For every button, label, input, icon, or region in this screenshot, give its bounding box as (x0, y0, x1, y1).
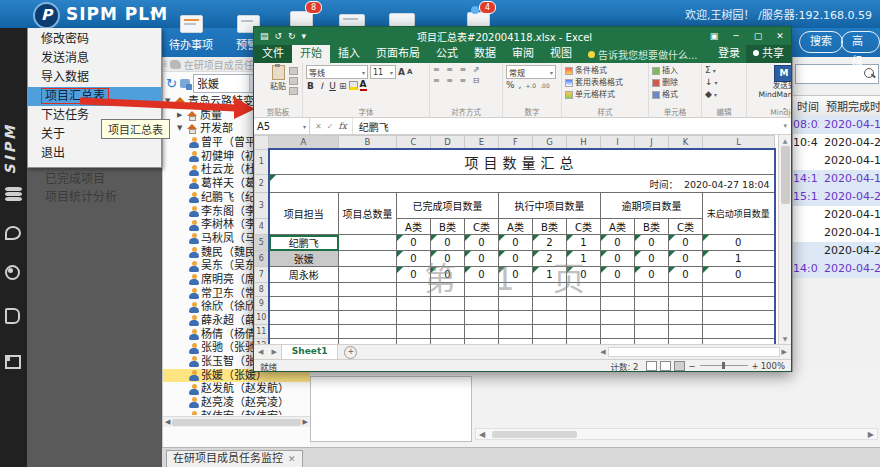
fill-button[interactable]: ↓▾ (705, 77, 743, 88)
sheet-prev-icon[interactable]: ◀ (254, 348, 267, 356)
excel-title-bar[interactable]: ▤ ↺ ↻ ▾ 项目汇总表#202004118.xlsx - Excel ▣ ─… (254, 27, 791, 45)
redo-icon[interactable]: ↻ (288, 31, 296, 41)
increase-decimal-icon[interactable]: +.0 (525, 82, 536, 89)
conditional-formatting-button[interactable]: 条件格式 (565, 65, 645, 76)
formula-input[interactable]: 纪鹏飞 (353, 119, 784, 134)
task-row[interactable]: 2020-04-17 1 (793, 152, 880, 170)
scrollbar-thumb[interactable] (172, 419, 300, 426)
menu-item-exit[interactable]: 退出 (28, 144, 161, 163)
tab-data[interactable]: 数据 (466, 45, 504, 63)
maximize-icon[interactable]: ▢ (747, 27, 769, 45)
task-row[interactable]: 08:022020-04-18 1 (793, 116, 880, 134)
task-row[interactable]: 14:172020-04-16 1 (793, 170, 880, 188)
close-icon[interactable]: ✕ (288, 454, 296, 464)
column-time[interactable]: 时间 (793, 98, 819, 114)
font-size-select[interactable]: 11▾ (370, 65, 396, 79)
send-to-mindmanager-button[interactable]: M 发送到MindManager (750, 65, 791, 99)
page-layout-view-icon[interactable] (660, 361, 671, 371)
column-headers[interactable]: ABCDEFGHIJKL (255, 136, 775, 150)
italic-button[interactable]: I (317, 81, 326, 91)
data-row[interactable]: 5 纪鹏飞 000 021 000 0 (255, 235, 775, 251)
scroll-left-icon[interactable]: ◀ (479, 430, 485, 439)
advanced-button[interactable]: 高级 (841, 31, 880, 53)
shrink-font-icon[interactable]: A (407, 68, 412, 76)
collapse-ribbon-icon[interactable]: ⌃ (781, 107, 788, 116)
cell-styles-button[interactable]: 单元格样式 (565, 89, 645, 100)
task-row[interactable]: 10:412020-04-20 (793, 134, 880, 152)
zoom-out-icon[interactable]: − (688, 361, 695, 371)
autosum-button[interactable]: Σ▾ (705, 65, 743, 76)
hscroll-right-icon[interactable]: ▶ (782, 348, 787, 356)
tab-page-layout[interactable]: 页面布局 (368, 45, 428, 63)
zoom-thumb[interactable] (722, 362, 725, 369)
decrease-decimal-icon[interactable]: .00 (540, 82, 550, 89)
tree-user-item[interactable]: 赵发航（赵发航） (163, 382, 310, 396)
broadcast-icon[interactable] (5, 265, 22, 280)
cancel-icon[interactable]: ✕ (315, 122, 322, 131)
tree-user-item[interactable]: 赵亮凌（赵亮凌） (163, 396, 310, 410)
tab-file[interactable]: 文件 (254, 45, 292, 63)
tab-formulas[interactable]: 公式 (428, 45, 466, 63)
search-icon[interactable] (864, 68, 874, 78)
zoom-in-icon[interactable]: + (752, 361, 759, 371)
book-icon[interactable] (5, 308, 22, 323)
sheet-time-cell[interactable]: 时间：2020-04-27 18:04 (269, 175, 775, 193)
search-button[interactable]: 搜索 (799, 31, 843, 53)
chevron-down-icon[interactable]: ▾ (150, 7, 156, 20)
grid-vertical-scrollbar[interactable]: ▲ ▼ (778, 135, 791, 344)
app-logo-icon[interactable]: P (33, 2, 60, 29)
underline-button[interactable]: U (328, 81, 337, 91)
save-icon[interactable]: ▤ (260, 31, 269, 41)
task-row[interactable]: 14:032020-04-20 (793, 260, 880, 278)
header-total[interactable]: 项目总数量 (339, 193, 397, 235)
menu-item-finished-projects[interactable]: 已完成项目 (27, 168, 162, 188)
cell-a6[interactable]: 张媛 (269, 251, 339, 267)
share-button[interactable]: 共享 (746, 45, 791, 63)
todo-icon[interactable] (180, 15, 203, 33)
ribbon-options-icon[interactable]: ▣ (703, 27, 725, 45)
tab-review[interactable]: 审阅 (504, 45, 542, 63)
content-horizontal-scrollbar[interactable]: ◀ ▶ (475, 428, 878, 440)
grid-horizontal-scrollbar[interactable] (608, 347, 780, 357)
enter-icon[interactable]: ✓ (327, 122, 334, 131)
bold-button[interactable]: B (306, 81, 315, 91)
format-as-table-button[interactable]: 套用表格格式 (565, 77, 645, 88)
menu-item-change-password[interactable]: 修改密码 (28, 30, 161, 49)
menu-item-import-data[interactable]: 导入数据 (28, 68, 161, 87)
header-overdue[interactable]: 逾期项目数量 (601, 193, 703, 219)
comma-icon[interactable]: , (519, 80, 522, 90)
empty-row[interactable]: 11 (255, 325, 775, 339)
tree-horizontal-scrollbar[interactable]: ◀ ▶ (163, 416, 310, 427)
normal-view-icon[interactable] (646, 361, 657, 371)
number-format-select[interactable]: 常规▾ (506, 65, 556, 79)
menu-item-project-stats[interactable]: 项目统计分析 (27, 188, 162, 206)
header-doing[interactable]: 执行中项目数量 (499, 193, 601, 219)
copy-icon[interactable] (289, 77, 298, 85)
todo-label[interactable]: 待办事项 (169, 36, 213, 52)
new-sheet-icon[interactable]: + (344, 346, 357, 359)
tab-monitor[interactable]: 在研项目成员任务监控✕ (166, 450, 303, 467)
delete-cells-button[interactable]: 删除 (652, 77, 698, 88)
fill-color-icon[interactable] (349, 81, 358, 90)
font-color-icon[interactable]: A (360, 80, 367, 91)
scroll-down-icon[interactable]: ▼ (783, 335, 788, 342)
grow-font-icon[interactable]: A (398, 67, 405, 77)
sheet-next-icon[interactable]: ▶ (267, 348, 280, 356)
scroll-up-icon[interactable]: ▲ (783, 137, 788, 144)
menu-item-send-message[interactable]: 发送消息 (28, 49, 161, 68)
format-painter-icon[interactable] (289, 87, 298, 95)
message-icon[interactable] (389, 13, 415, 27)
borders-icon[interactable]: ⊞ (339, 81, 347, 91)
cut-icon[interactable] (289, 67, 298, 75)
insert-function-icon[interactable]: fx (338, 121, 346, 131)
hscroll-left-icon[interactable]: ◀ (600, 348, 605, 356)
percent-icon[interactable]: % (506, 80, 515, 90)
task-search-input[interactable] (795, 64, 879, 84)
empty-row[interactable]: 12 (255, 339, 775, 345)
scrollbar-thumb[interactable] (781, 146, 790, 204)
header-not-started[interactable]: 未启动项目数量 (703, 193, 775, 235)
expanded-icon[interactable]: ▼ (177, 122, 185, 136)
chat-icon[interactable] (5, 226, 22, 241)
align-top-icons[interactable]: ≡ ≡ ≡ ⇗ (433, 65, 499, 75)
sign-in-button[interactable]: 登录 (712, 45, 746, 63)
